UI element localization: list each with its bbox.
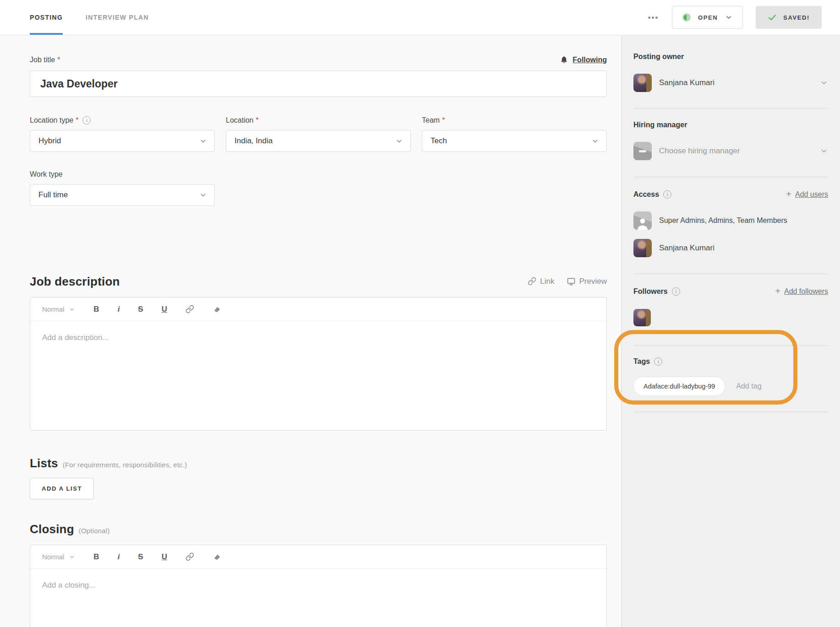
location-field: Location* India, India xyxy=(226,116,411,152)
location-type-field: Location type* Hybrid xyxy=(30,116,215,152)
bold-button[interactable]: B xyxy=(93,305,99,313)
check-icon xyxy=(768,13,777,22)
chevron-down-icon xyxy=(820,79,828,87)
info-icon[interactable] xyxy=(654,357,662,366)
italic-button[interactable]: i xyxy=(118,305,120,313)
monitor-icon xyxy=(567,277,576,286)
divider xyxy=(633,274,828,274)
avatar xyxy=(633,309,651,326)
closing-toolbar: Normal B i S U xyxy=(30,545,606,569)
preview-button[interactable]: Preview xyxy=(567,277,607,286)
tag-chip[interactable]: Adaface:dull-ladybug-99 xyxy=(633,377,725,396)
posting-sidebar: Posting owner Sanjana Kumari Hiring mana… xyxy=(621,35,840,627)
hiring-manager-select[interactable]: Choose hiring manager xyxy=(633,141,828,161)
closing-input[interactable]: Add a closing... xyxy=(30,569,606,627)
insert-link-button[interactable] xyxy=(185,305,194,314)
description-input[interactable]: Add a description... xyxy=(30,321,606,430)
bold-button[interactable]: B xyxy=(93,553,99,561)
divider xyxy=(633,345,828,346)
chevron-down-icon xyxy=(69,554,75,560)
hiring-manager-placeholder: Choose hiring manager xyxy=(659,146,740,156)
lists-note: (For requirements, responsibilities, etc… xyxy=(63,461,187,469)
group-avatar-icon xyxy=(633,211,652,230)
description-editor: Normal B i S U xyxy=(30,297,607,431)
chevron-down-icon xyxy=(591,137,599,145)
chevron-down-icon xyxy=(725,14,732,21)
link-icon xyxy=(528,277,536,286)
access-user-name: Sanjana Kumari xyxy=(659,243,715,253)
info-icon[interactable] xyxy=(82,116,91,124)
team-select[interactable]: Tech xyxy=(422,130,607,152)
chevron-down-icon xyxy=(199,137,207,145)
lists-title: Lists(For requirements, responsibilities… xyxy=(30,456,187,470)
posting-owner-title: Posting owner xyxy=(633,53,828,61)
posting-owner-name: Sanjana Kumari xyxy=(659,78,715,87)
link-button[interactable]: Link xyxy=(528,277,554,286)
bell-icon xyxy=(560,55,568,64)
tab-posting[interactable]: POSTING xyxy=(30,0,63,35)
saved-label: SAVED! xyxy=(783,14,810,21)
add-followers-link[interactable]: Add followers xyxy=(775,286,828,297)
strikethrough-button[interactable]: S xyxy=(138,305,143,313)
add-tag-button[interactable]: Add tag xyxy=(736,382,761,390)
divider xyxy=(633,177,828,177)
underline-button[interactable]: U xyxy=(162,553,167,561)
access-title: Access xyxy=(633,190,659,199)
clear-formatting-button[interactable] xyxy=(213,305,222,314)
status-label: OPEN xyxy=(698,14,718,21)
link-label: Link xyxy=(540,277,554,286)
work-type-label: Work type xyxy=(30,170,215,178)
strikethrough-button[interactable]: S xyxy=(138,553,143,561)
empty-avatar xyxy=(633,142,652,160)
italic-button[interactable]: i xyxy=(118,553,120,561)
status-open-icon xyxy=(682,13,691,22)
location-value: India, India xyxy=(235,136,273,146)
add-a-list-button[interactable]: ADD A LIST xyxy=(30,478,94,499)
team-value: Tech xyxy=(431,136,447,146)
more-options-icon[interactable] xyxy=(648,16,659,19)
insert-link-button[interactable] xyxy=(185,552,194,561)
paragraph-style-dropdown[interactable]: Normal xyxy=(42,553,75,561)
following-link[interactable]: Following xyxy=(560,55,607,64)
location-select[interactable]: India, India xyxy=(226,130,411,152)
avatar xyxy=(633,74,652,92)
chevron-down-icon xyxy=(199,191,207,199)
job-description-title: Job description xyxy=(30,275,120,289)
work-type-select[interactable]: Full time xyxy=(30,184,215,206)
job-title-input[interactable] xyxy=(30,70,607,97)
info-icon[interactable] xyxy=(672,287,680,296)
job-posting-editor-page: POSTING INTERVIEW PLAN OPEN SAVED! xyxy=(0,0,840,627)
avatar xyxy=(633,239,652,257)
chevron-down-icon xyxy=(820,147,828,155)
location-label: Location* xyxy=(226,116,411,124)
top-bar: POSTING INTERVIEW PLAN OPEN SAVED! xyxy=(0,0,840,35)
description-toolbar: Normal B i S U xyxy=(30,297,606,321)
closing-note: (Optional) xyxy=(79,527,110,535)
team-label: Team* xyxy=(422,116,607,124)
follower-row xyxy=(633,308,828,328)
divider xyxy=(633,108,828,109)
closing-editor: Normal B i S U xyxy=(30,545,607,627)
info-icon[interactable] xyxy=(663,190,671,199)
following-label: Following xyxy=(573,56,607,64)
posting-owner-select[interactable]: Sanjana Kumari xyxy=(633,73,828,93)
chevron-down-icon xyxy=(395,137,403,145)
saved-button[interactable]: SAVED! xyxy=(756,6,822,29)
closing-title: Closing(Optional) xyxy=(30,522,110,536)
hiring-manager-title: Hiring manager xyxy=(633,121,828,129)
divider xyxy=(633,411,828,412)
tab-interview-plan[interactable]: INTERVIEW PLAN xyxy=(86,0,149,35)
description-placeholder: Add a description... xyxy=(42,333,109,342)
underline-button[interactable]: U xyxy=(162,305,167,313)
status-dropdown-button[interactable]: OPEN xyxy=(672,6,743,29)
paragraph-style-dropdown[interactable]: Normal xyxy=(42,305,75,313)
top-bar-actions: OPEN SAVED! xyxy=(648,0,822,35)
clear-formatting-button[interactable] xyxy=(213,552,222,562)
job-title-label: Job title* xyxy=(30,56,60,64)
add-users-link[interactable]: Add users xyxy=(786,189,828,200)
followers-title: Followers xyxy=(633,287,668,296)
access-groups-label: Super Admins, Admins, Team Members xyxy=(659,216,787,225)
location-type-select[interactable]: Hybrid xyxy=(30,130,215,152)
access-row-groups: Super Admins, Admins, Team Members xyxy=(633,211,828,231)
team-field: Team* Tech xyxy=(422,116,607,152)
